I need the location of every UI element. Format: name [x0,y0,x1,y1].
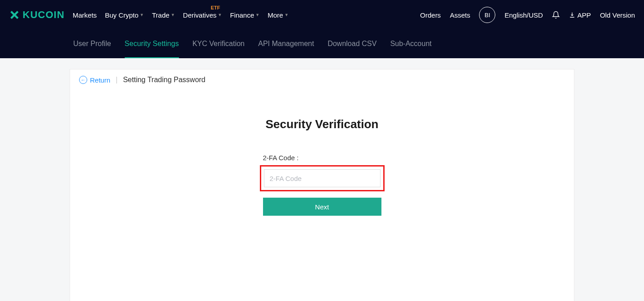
input-highlight-box [260,165,385,191]
subnav-sub-account[interactable]: Sub-Account [390,30,432,58]
page-title: Setting Trading Password [123,76,205,84]
notifications-button[interactable] [552,11,560,19]
user-avatar[interactable]: BI [479,7,495,23]
return-link[interactable]: ← Return [79,76,110,84]
sub-nav: User Profile Security Settings KYC Verif… [0,30,644,58]
nav-buy-crypto[interactable]: Buy Crypto▼ [105,11,144,19]
subnav-download-csv[interactable]: Download CSV [328,30,377,58]
nav-more[interactable]: More▼ [268,11,288,19]
download-icon [569,12,575,18]
form-group: 2-FA Code : Next [263,154,381,216]
header-right: Orders Assets BI English/USD APP Old Ver… [420,7,635,23]
return-arrow-icon: ← [79,76,87,84]
brand-name: KUCOIN [23,9,65,21]
panel-header: ← Return | Setting Trading Password [70,69,574,90]
nav-derivatives[interactable]: ETF Derivatives▼ [183,11,222,19]
app-download[interactable]: APP [569,11,591,19]
divider: | [116,76,118,84]
chevron-down-icon: ▼ [140,13,144,17]
nav-markets[interactable]: Markets [73,11,97,19]
content-panel: ← Return | Setting Trading Password Secu… [70,69,574,301]
nav-trade[interactable]: Trade▼ [152,11,175,19]
chevron-down-icon: ▼ [284,13,288,17]
twofa-input[interactable] [264,169,381,187]
twofa-label: 2-FA Code : [263,154,381,162]
subnav-kyc[interactable]: KYC Verification [193,30,245,58]
nav-finance[interactable]: Finance▼ [230,11,259,19]
main-header: KUCOIN Markets Buy Crypto▼ Trade▼ ETF De… [0,0,644,30]
kucoin-logo-icon [9,9,20,20]
etf-badge: ETF [211,5,220,10]
subnav-api[interactable]: API Management [258,30,314,58]
subnav-security-settings[interactable]: Security Settings [125,30,179,58]
language-selector[interactable]: English/USD [504,11,543,19]
nav-assets[interactable]: Assets [450,11,470,19]
form-area: Security Verification 2-FA Code : Next [70,90,574,301]
nav-orders[interactable]: Orders [420,11,441,19]
nav-links: Markets Buy Crypto▼ Trade▼ ETF Derivativ… [73,11,420,19]
chevron-down-icon: ▼ [255,13,259,17]
bell-icon [552,11,560,19]
chevron-down-icon: ▼ [171,13,175,17]
form-heading: Security Verification [266,117,379,131]
brand-logo[interactable]: KUCOIN [9,9,65,21]
next-button[interactable]: Next [263,198,381,216]
chevron-down-icon: ▼ [218,13,222,17]
subnav-user-profile[interactable]: User Profile [73,30,111,58]
old-version-link[interactable]: Old Version [600,11,635,19]
